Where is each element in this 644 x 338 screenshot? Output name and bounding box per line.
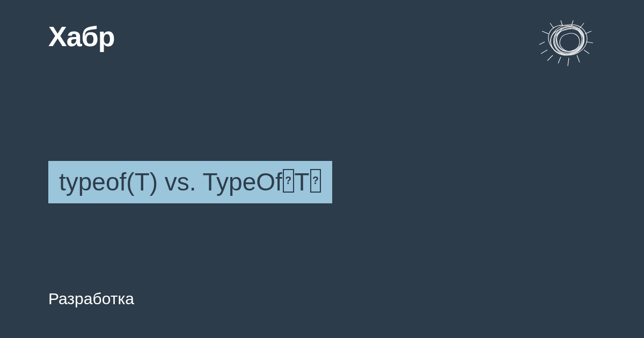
site-logo: Хабр [48, 20, 115, 53]
article-title-container: typeof(T) vs. TypeOfT [48, 161, 332, 203]
article-title: typeof(T) vs. TypeOfT [48, 161, 332, 203]
article-category: Разработка [48, 290, 134, 308]
missing-glyph-icon [310, 169, 321, 193]
header: Хабр [48, 20, 596, 69]
title-text-part1: typeof(T) vs. TypeOf [59, 168, 282, 196]
title-text-part2: T [295, 168, 310, 196]
missing-glyph-icon [283, 169, 294, 193]
scribble-icon [537, 20, 596, 69]
